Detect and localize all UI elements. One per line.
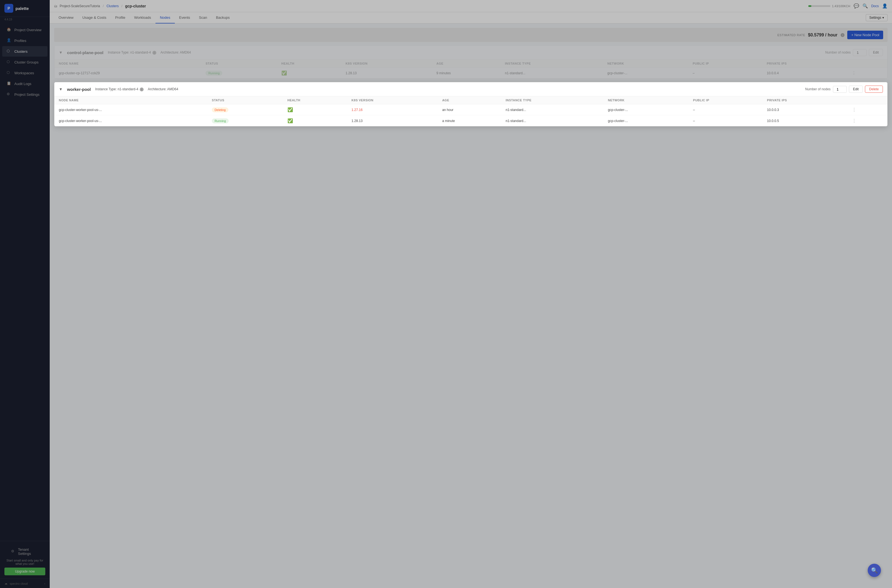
tab-workloads[interactable]: Workloads [130,12,155,24]
home-icon: 🏠 [7,27,12,32]
sidebar-nav: 🏠 Project Overview 👤 Profiles ⬡ Clusters… [0,22,50,541]
sidebar-item-workspaces[interactable]: ⬡ Workspaces [2,68,48,78]
spectro-footer: ☁ spectro cloud ‹ [0,579,50,588]
wp-delete-button[interactable]: Delete [865,86,883,93]
topbar-cluster-name: gcp-cluster [125,4,146,8]
cp-row1-node-name: gcp-cluster-cp-12717-cck29 [54,68,201,79]
main-content: 🗂 Project-ScaleSecureTutoria / Clusters … [50,0,892,588]
spectro-logo: ☁ [5,582,8,585]
cp-col-public-ip: Public Ip [688,60,762,68]
tab-usage-costs[interactable]: Usage & Costs [78,12,111,24]
wp-table-header: Node Name Status Health K8s Version Age … [54,96,887,104]
cp-col-status: Status [201,60,277,68]
worker-pool-card: ▼ worker-pool Instance Type: n1-standard… [54,82,887,126]
sidebar-label-audit-logs: Audit Logs [14,82,31,86]
wp-row1-k8s: 1.27.16 [347,104,438,116]
user-icon[interactable]: 👤 [882,3,887,9]
sidebar-label-project-settings: Project Settings [14,93,39,97]
control-plane-nodes-table: Node Name Status Health K8s Version Age … [54,59,887,78]
sidebar-label-clusters: Clusters [14,50,28,54]
tab-scan[interactable]: Scan [194,12,212,24]
sidebar-item-project-settings[interactable]: ⚙ Project Settings [2,89,48,100]
cluster-groups-icon: ⬡ [7,60,12,64]
wp-row2-public-ip: – [689,116,763,126]
cp-arch-label: Architecture: [161,51,179,54]
resource-bar [808,5,830,7]
control-plane-pool-name: control-plane-pool [67,50,104,55]
cp-node-count-input[interactable] [853,49,866,56]
breadcrumb-sep-2: / [122,4,122,8]
wp-col-age: Age [438,96,501,104]
tab-events[interactable]: Events [175,12,195,24]
settings-button[interactable]: Settings ▾ [866,14,887,21]
cp-col-age: Age [432,60,500,68]
search-fab-button[interactable]: 🔍 [868,564,881,577]
cp-row1-instance: n1-standard... [500,68,603,79]
wp-instance-info-icon[interactable]: i [140,87,144,92]
cp-edit-button[interactable]: Edit [869,49,883,56]
sidebar-label-workspaces: Workspaces [14,71,34,75]
tab-nodes[interactable]: Nodes [155,12,175,24]
cp-instance-info-icon[interactable]: i [152,51,156,55]
wp-row1-status: Deleting [207,104,283,116]
sidebar-item-cluster-groups[interactable]: ⬡ Cluster Groups [2,57,48,68]
cp-col-actions [847,60,887,68]
table-row: gcp-cluster-worker-pool-us-... Running ✅… [54,116,887,126]
new-node-pool-button[interactable]: + New Node Pool [847,31,883,39]
cp-table-body: gcp-cluster-cp-12717-cck29 Running ✅ 1.2… [54,68,887,79]
sidebar-item-tenant-settings[interactable]: ⚙ Tenant Settings [7,544,43,558]
search-icon[interactable]: 🔍 [862,3,868,9]
settings-label: Settings [869,16,881,20]
wp-col-status: Status [207,96,283,104]
chat-icon[interactable]: 💬 [854,3,859,9]
tenant-settings-icon: ⚙ [11,549,15,554]
upgrade-button[interactable]: Upgrade now [5,568,45,575]
cp-row1-more[interactable]: ⋮ [847,68,887,79]
sidebar-item-profiles[interactable]: 👤 Profiles [2,35,48,46]
cp-col-node-name: Node Name [54,60,201,68]
control-plane-pool-actions: Number of nodes Edit [825,49,883,56]
wp-row2-network: gcp-cluster-... [604,116,688,126]
topbar: 🗂 Project-ScaleSecureTutoria / Clusters … [50,0,892,12]
control-plane-pool-header: ▼ control-plane-pool Instance Type: n1-s… [54,45,887,59]
wp-header-row: Node Name Status Health K8s Version Age … [54,96,887,104]
wp-row2-age: a minute [438,116,501,126]
wp-row1-private-ips: 10.0.0.3 [763,104,847,116]
tab-backups[interactable]: Backups [212,12,234,24]
cp-col-k8s: K8s Version [341,60,432,68]
content-area: ESTIMATED RATE $0.5799 / hour i + New No… [50,24,892,588]
sidebar-item-project-overview[interactable]: 🏠 Project Overview [2,25,48,35]
control-plane-chevron-icon[interactable]: ▼ [59,50,63,55]
sidebar-item-clusters[interactable]: ⬡ Clusters [2,46,48,57]
audit-logs-icon: 📋 [7,81,12,86]
tab-overview[interactable]: Overview [54,12,78,24]
cp-row1-network: gcp-cluster-... [603,68,688,79]
cp-row1-status: Running [201,68,277,79]
topbar-right: 1.43/100KCH 💬 🔍 Docs 👤 [808,3,887,9]
topbar-clusters-link[interactable]: Clusters [107,4,119,8]
wp-row2-health: ✅ [283,116,347,126]
resource-bar-fill [808,5,811,7]
cp-table-header: Node Name Status Health K8s Version Age … [54,60,887,68]
estimated-rate-label: ESTIMATED RATE [777,33,805,37]
wp-edit-button[interactable]: Edit [849,86,863,93]
worker-pool-chevron-icon[interactable]: ▼ [59,87,63,92]
topbar-project-icon: 🗂 [54,4,57,8]
docs-link[interactable]: Docs [871,4,879,8]
wp-col-node-name: Node Name [54,96,207,104]
wp-row1-node-name: gcp-cluster-worker-pool-us-... [54,104,207,116]
cp-row1-age: 9 minutes [432,68,500,79]
wp-node-count-input[interactable] [833,86,847,93]
tab-profile[interactable]: Profile [111,12,130,24]
sidebar-item-audit-logs[interactable]: 📋 Audit Logs [2,78,48,89]
wp-node-count-label: Number of nodes [805,87,831,91]
spectro-label: spectro cloud [10,582,28,585]
collapse-icon[interactable]: ‹ [44,582,45,585]
tabs-right: Settings ▾ [866,14,887,21]
estimated-info-icon[interactable]: i [841,33,844,37]
wp-row1-more[interactable]: ⋮ [847,104,887,116]
cp-row1-public-ip: – [688,68,762,79]
sidebar-label-profiles: Profiles [14,39,26,43]
wp-row2-more[interactable]: ⋮ [847,116,887,126]
cp-row1-health: ✅ [277,68,341,79]
